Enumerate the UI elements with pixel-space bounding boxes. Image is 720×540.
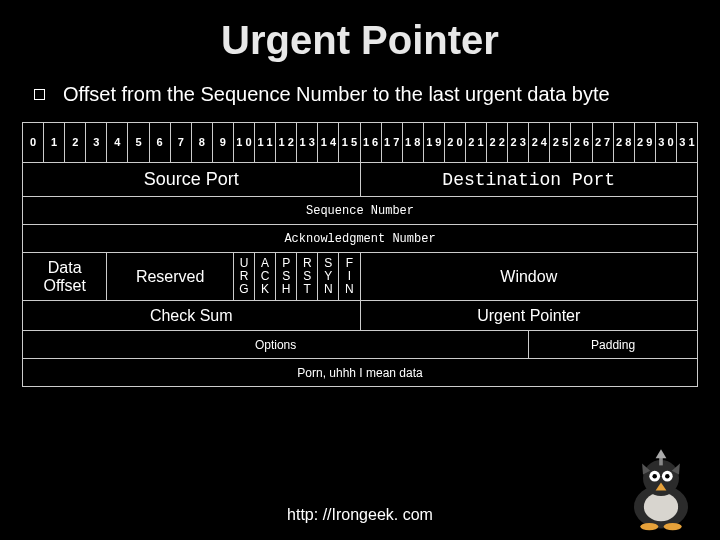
svg-point-1 — [644, 492, 678, 521]
bit-ruler: 0123 4567 891 01 1 1 21 31 41 5 1 61 71 … — [23, 123, 698, 163]
mascot-icon — [616, 442, 706, 532]
bullet-row: Offset from the Sequence Number to the l… — [0, 83, 720, 122]
field-urgent-pointer: Urgent Pointer — [360, 301, 698, 331]
svg-point-11 — [664, 523, 682, 530]
field-ack: Acknowledgment Number — [23, 225, 698, 253]
field-dest-port: Destination Port — [360, 163, 698, 197]
field-options: Options — [23, 331, 529, 359]
tcp-header-diagram: 0123 4567 891 01 1 1 21 31 41 5 1 61 71 … — [22, 122, 698, 387]
footer-url: http: //Irongeek. com — [0, 506, 720, 524]
field-window: Window — [360, 253, 698, 301]
bullet-icon — [34, 89, 45, 100]
svg-point-5 — [652, 474, 657, 479]
field-source-port: Source Port — [23, 163, 361, 197]
svg-point-6 — [665, 474, 670, 479]
flag-fin: F I N — [339, 253, 360, 301]
svg-marker-13 — [656, 449, 667, 458]
field-reserved: Reserved — [107, 253, 234, 301]
flag-rst: R S T — [297, 253, 318, 301]
flag-psh: P S H — [276, 253, 297, 301]
field-sequence: Sequence Number — [23, 197, 698, 225]
field-padding: Padding — [529, 331, 698, 359]
field-payload: Porn, uhhh I mean data — [23, 359, 698, 387]
field-data-offset: Data Offset — [23, 253, 107, 301]
flag-ack: A C K — [255, 253, 276, 301]
field-checksum: Check Sum — [23, 301, 361, 331]
svg-point-10 — [640, 523, 658, 530]
bullet-text: Offset from the Sequence Number to the l… — [63, 83, 610, 106]
flag-urg: U R G — [233, 253, 254, 301]
slide-title: Urgent Pointer — [0, 0, 720, 83]
flag-syn: S Y N — [318, 253, 339, 301]
